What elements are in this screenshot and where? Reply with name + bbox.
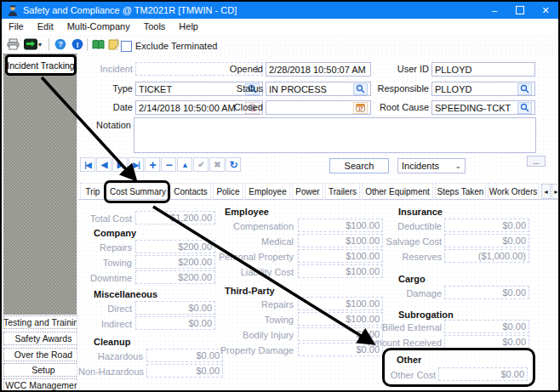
status-lookup-button[interactable] [353, 83, 368, 95]
company-towing-label: Towing [83, 258, 132, 268]
exclude-terminated-label: Exclude Terminated [135, 41, 217, 51]
help-icon[interactable]: ? [53, 37, 67, 51]
misc-indirect-field: $0.00 [135, 316, 215, 330]
search-button[interactable]: Search [329, 158, 389, 173]
nav-next-button[interactable]: ▶ [112, 157, 128, 172]
svg-text:17: 17 [358, 107, 363, 111]
user-id-field[interactable]: PLLOYD [431, 62, 535, 77]
tab-steps-taken[interactable]: Steps Taken [435, 183, 486, 200]
tab-scroll-right-button[interactable]: ► [551, 184, 560, 199]
menu-multi-company[interactable]: Multi-Company [60, 19, 137, 34]
misc-direct-label: Direct [83, 304, 132, 314]
tab-contacts[interactable]: Contacts [170, 183, 211, 200]
nav-up-button[interactable]: ▲ [177, 157, 192, 172]
nav-add-button[interactable]: + [145, 157, 160, 172]
type-label: Type [83, 83, 133, 94]
notation-textarea[interactable] [134, 117, 536, 153]
group-header-cargo: Cargo [398, 274, 426, 284]
responsible-field[interactable]: PLLOYD [431, 82, 535, 96]
company-downtime-field: $200.00 [135, 270, 215, 284]
opened-label: Opened [219, 64, 263, 74]
tab-other-equipment[interactable]: Other Equipment [362, 183, 433, 200]
chevron-down-icon: ⌄ [454, 162, 461, 170]
nav-accept-button[interactable]: ✔ [193, 157, 209, 172]
annotation-box-cost-summary-tab [104, 180, 170, 203]
cleanup-non-hazardous-field: $0.00 [146, 364, 223, 378]
tab-trailers[interactable]: Trailers [325, 183, 360, 200]
company-repairs-field: $200.00 [135, 240, 215, 253]
maximize-icon [516, 6, 524, 14]
company-towing-field: $200.00 [135, 255, 215, 269]
nav-delete-button[interactable]: − [161, 157, 176, 172]
toolbar-separator [49, 38, 49, 51]
company-repairs-label: Repairs [83, 242, 132, 253]
maximize-button[interactable] [507, 2, 533, 19]
menu-tools[interactable]: Tools [137, 19, 173, 34]
menu-edit[interactable]: Edit [31, 19, 60, 34]
user-id-label: User ID [368, 64, 429, 74]
notation-label: Notation [83, 120, 131, 130]
toolbar-separator [117, 38, 117, 51]
third-party-bodily-injury-label: Bodily Injury [210, 330, 294, 340]
view-selector-dropdown[interactable]: Incidents ⌄ [397, 158, 466, 173]
subrogation-billed-external-field: $0.00 [444, 320, 529, 333]
root-cause-lookup-button[interactable] [517, 102, 532, 114]
nav-cancel-button[interactable]: ✖ [209, 157, 225, 172]
insurance-deductible-label: Deductible [358, 221, 442, 231]
minimize-button[interactable]: – [482, 2, 507, 19]
cleanup-hazardous-label: Hazardous [87, 351, 143, 361]
sidebar-item-setup[interactable]: Setup [3, 363, 83, 377]
status-label: Status [219, 83, 263, 94]
nav-prev-button[interactable]: ◀ [96, 157, 111, 172]
opened-field[interactable]: 2/28/2018 10:50:07 AM [266, 62, 371, 77]
ledger-icon[interactable] [91, 37, 106, 51]
tab-employee[interactable]: Employee [245, 183, 290, 200]
sidebar-item-wcc-management[interactable]: WCC Management [3, 378, 83, 392]
calendar-icon[interactable]: 17 [353, 102, 368, 114]
tab-scroll-left-button[interactable]: ◄ [541, 184, 551, 199]
tab-trip[interactable]: Trip [80, 183, 106, 200]
third-party-towing-label: Towing [210, 315, 294, 325]
magnifier-icon [520, 84, 529, 94]
export-dropdown-icon[interactable]: ▼ [22, 37, 44, 51]
tab-police[interactable]: Police [213, 183, 243, 200]
employee-medical-label: Medical [210, 236, 294, 247]
view-selector-value: Incidents [402, 161, 439, 171]
group-header-insurance: Insurance [398, 207, 443, 217]
more-button[interactable]: ... [527, 156, 546, 167]
info-icon[interactable]: ! [70, 37, 84, 51]
print-icon[interactable] [6, 37, 20, 51]
third-party-repairs-label: Repairs [210, 299, 294, 310]
sidebar-item-safety-awards[interactable]: Safety Awards [3, 332, 83, 345]
total-cost-field: $1,200.00 [135, 211, 215, 224]
close-button[interactable]: ✕ [533, 2, 558, 19]
nav-refresh-button[interactable]: ↻ [226, 157, 241, 172]
third-party-property-damage-label: Property Damage [210, 345, 294, 355]
nav-last-button[interactable]: ▶| [129, 157, 144, 172]
responsible-label: Responsible [368, 83, 429, 94]
cargo-damage-label: Damage [358, 288, 442, 298]
toolbar [2, 34, 558, 54]
sidebar-item-testing-and-training[interactable]: Testing and Training [3, 315, 83, 329]
employee-liability-cost-label: Liability Cost [210, 267, 294, 277]
root-cause-field[interactable]: SPEEDING-TCKT [431, 100, 535, 115]
employee-liability-cost-field: $100.00 [298, 264, 383, 278]
sidebar-item-over-the-road[interactable]: Over the Road [3, 348, 83, 361]
insurance-deductible-field: $0.00 [444, 219, 529, 232]
exclude-terminated-checkbox[interactable] [121, 41, 132, 52]
tab-power[interactable]: Power [292, 183, 323, 200]
svg-text:?: ? [58, 40, 63, 48]
misc-indirect-label: Indirect [83, 319, 132, 329]
app-window: Safety and Compliance @ TM2021R [TMWIN -… [0, 0, 560, 392]
nav-first-button[interactable]: |◀ [80, 157, 95, 172]
closed-field[interactable]: 17 [266, 100, 371, 115]
menu-help[interactable]: Help [172, 19, 205, 34]
tab-work-orders[interactable]: Work Orders [488, 183, 539, 200]
notes-icon[interactable] [106, 37, 121, 51]
insurance-salvage-cost-field: $0.00 [444, 234, 529, 247]
status-field[interactable]: IN PROCESS [266, 82, 371, 96]
total-cost-label: Total Cost [74, 213, 132, 224]
menu-file[interactable]: File [2, 19, 31, 34]
responsible-lookup-button[interactable] [517, 83, 532, 95]
cargo-damage-field: $0.00 [444, 286, 529, 299]
